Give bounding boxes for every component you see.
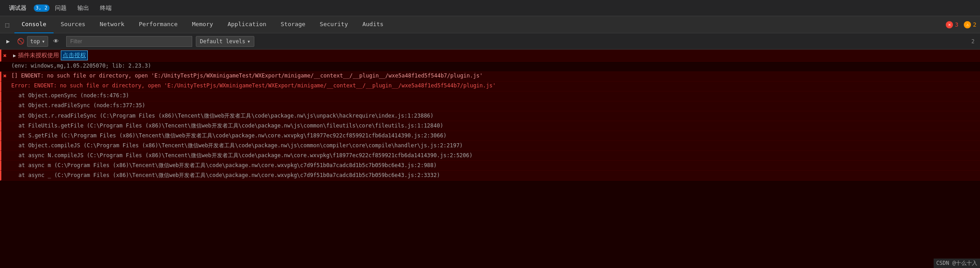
plugin-auth-link[interactable]: 点击授权	[61, 50, 88, 60]
tab-application[interactable]: Application	[220, 16, 273, 33]
stack-row-7: at async m (C:\Program Files (x86)\Tence…	[0, 161, 980, 171]
stack-text-1: at Object.readFileSync (node:fs:377:35)	[11, 102, 145, 109]
filter-bar: ▶ 🚫 top ▾ 👁 Default levels ▾ 2	[0, 33, 980, 50]
error-circle-icon: ✖	[3, 52, 11, 59]
error-x-icon: ✕	[946, 21, 953, 28]
env-text: (env: windows,mg,1.05.2205070; lib: 2.23…	[11, 63, 151, 69]
chevron-down-icon: ▾	[247, 38, 250, 45]
plugin-warning-row: ✖ ▶ 插件未授权使用 点击授权	[0, 50, 980, 62]
error-circle-icon2: ✖	[3, 73, 11, 79]
page-number: 2	[971, 38, 975, 45]
stack-row-2: at Object.r.readFileSync (C:\Program Fil…	[0, 111, 980, 121]
console-content[interactable]: ✖ ▶ 插件未授权使用 点击授权 (env: windows,mg,1.05.2…	[0, 50, 980, 268]
nav-icon-cursor[interactable]: ⬚	[0, 16, 14, 33]
top-bar-terminal[interactable]: 终端	[95, 2, 117, 14]
top-bar-badge: 3, 2	[34, 5, 50, 12]
stack-row-1: at Object.readFileSync (node:fs:377:35)	[0, 101, 980, 111]
warning-count-badge: ⚠ 2	[964, 21, 976, 28]
tab-memory[interactable]: Memory	[185, 16, 220, 33]
stack-row-6: at async N.compileJS (C:\Program Files (…	[0, 151, 980, 161]
tab-network[interactable]: Network	[93, 16, 132, 33]
context-select[interactable]: top ▾	[27, 36, 48, 47]
top-bar-issues[interactable]: 问题	[50, 2, 72, 14]
chevron-down-icon: ▾	[42, 38, 45, 45]
stack-row-3: at FileUtils.getFile (C:\Program Files (…	[0, 121, 980, 131]
stack-row-0: at Object.openSync (node:fs:476:3)	[0, 91, 980, 101]
expand-triangle-icon[interactable]: ▶	[13, 53, 16, 59]
filter-input[interactable]	[66, 36, 192, 47]
tab-security[interactable]: Security	[312, 16, 355, 33]
plugin-warning-text: 插件未授权使用	[18, 51, 59, 59]
stack-text-6: at async N.compileJS (C:\Program Files (…	[11, 152, 473, 159]
csdn-tag: CSDN @十么十入	[934, 259, 980, 268]
tab-audits[interactable]: Audits	[355, 16, 391, 33]
stack-row-8: at async _ (C:\Program Files (x86)\Tence…	[0, 171, 980, 181]
nav-tabs: ⬚ Console Sources Network Performance Me…	[0, 16, 980, 33]
stack-row-5: at Object.compileJS (C:\Program Files (x…	[0, 141, 980, 151]
top-bar: 调试器 3, 2 问题 输出 终端	[0, 0, 980, 16]
eye-icon[interactable]: 👁	[50, 35, 63, 48]
error-detail-row: Error: ENOENT: no such file or directory…	[0, 82, 980, 91]
tab-performance[interactable]: Performance	[131, 16, 185, 33]
error-count-badge: ✕ 3	[946, 21, 958, 28]
error-detail-text: Error: ENOENT: no such file or directory…	[11, 82, 496, 89]
enoent-main-text: [] ENOENT: no such file or directory, op…	[11, 73, 483, 79]
stack-text-8: at async _ (C:\Program Files (x86)\Tence…	[11, 172, 440, 179]
tab-sources[interactable]: Sources	[54, 16, 93, 33]
top-bar-debugger[interactable]: 调试器	[4, 2, 32, 14]
env-line-row: (env: windows,mg,1.05.2205070; lib: 2.23…	[0, 62, 980, 72]
warning-triangle-icon: ⚠	[964, 21, 971, 28]
execute-icon[interactable]: ▶	[2, 35, 14, 48]
enoent-error-row: ✖ [] ENOENT: no such file or directory, …	[0, 72, 980, 82]
stack-text-4: at S.getFile (C:\Program Files (x86)\Ten…	[11, 132, 447, 140]
stack-text-2: at Object.r.readFileSync (C:\Program Fil…	[11, 112, 434, 120]
level-select[interactable]: Default levels ▾	[196, 36, 254, 47]
stack-row-4: at S.getFile (C:\Program Files (x86)\Ten…	[0, 131, 980, 141]
stack-text-7: at async m (C:\Program Files (x86)\Tence…	[11, 162, 437, 169]
stack-text-3: at FileUtils.getFile (C:\Program Files (…	[11, 122, 443, 130]
tab-console[interactable]: Console	[14, 16, 54, 33]
top-bar-output[interactable]: 输出	[72, 2, 95, 14]
stack-text-0: at Object.openSync (node:fs:476:3)	[11, 92, 129, 99]
stack-text-5: at Object.compileJS (C:\Program Files (x…	[11, 142, 463, 150]
clear-icon[interactable]: 🚫	[14, 35, 27, 48]
tab-storage[interactable]: Storage	[274, 16, 313, 33]
